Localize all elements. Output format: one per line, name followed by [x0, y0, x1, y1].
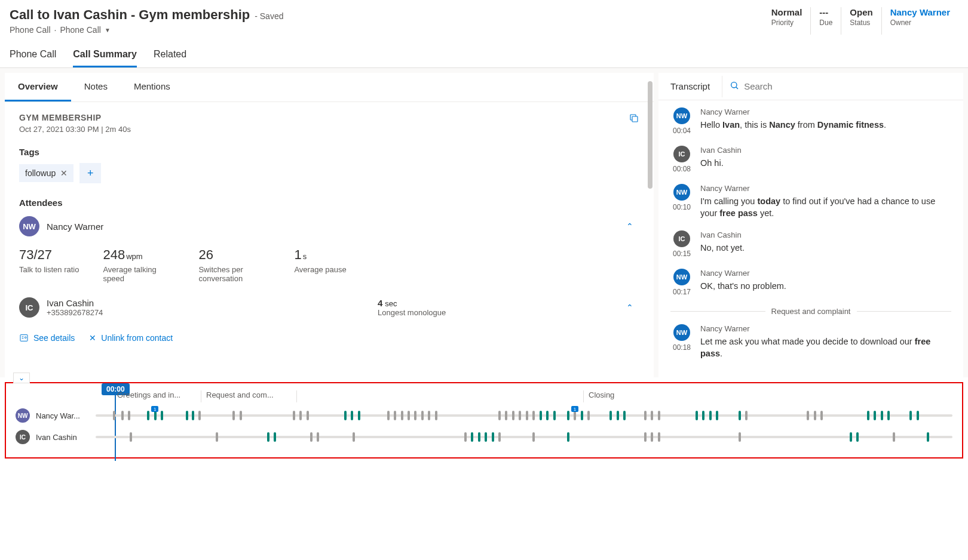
- timeline-tick[interactable]: [121, 411, 124, 420]
- timeline-marker[interactable]: 1: [571, 406, 578, 412]
- timeline-tick[interactable]: [716, 411, 718, 420]
- copy-icon[interactable]: [629, 113, 639, 125]
- timeline-tick[interactable]: [128, 411, 130, 420]
- timeline-tick[interactable]: [526, 411, 528, 420]
- timeline-tick[interactable]: [574, 411, 576, 420]
- timeline-track[interactable]: [96, 432, 952, 442]
- tab-call-summary[interactable]: Call Summary: [73, 44, 137, 67]
- see-details-link[interactable]: See details: [19, 333, 75, 343]
- timeline-tick[interactable]: [658, 411, 660, 420]
- timeline-tick[interactable]: [814, 411, 816, 420]
- timeline-tick[interactable]: [161, 411, 163, 420]
- timeline-tick[interactable]: [658, 432, 660, 442]
- timeline-tick[interactable]: [567, 411, 569, 420]
- timeline-tick[interactable]: [820, 411, 823, 420]
- timeline-tick[interactable]: [317, 432, 319, 442]
- timeline-tick[interactable]: [623, 411, 626, 420]
- priority-cell[interactable]: Normal Priority: [763, 7, 811, 35]
- timeline-tick[interactable]: [739, 432, 741, 442]
- chevron-up-icon[interactable]: ⌃: [626, 221, 633, 231]
- transcript-body[interactable]: NW 00:04 Nancy Warner Hello Ivan, this i…: [658, 100, 963, 377]
- timeline-tick[interactable]: [353, 432, 355, 442]
- transcript-message[interactable]: IC 00:15 Ivan Cashin No, not yet.: [670, 230, 951, 258]
- timeline-tick[interactable]: [867, 411, 869, 420]
- timeline-tick[interactable]: [471, 432, 473, 442]
- tag-followup[interactable]: followup ✕: [19, 164, 73, 182]
- timeline-tick[interactable]: [274, 432, 276, 442]
- timeline-tick[interactable]: [651, 432, 653, 442]
- timeline-tick[interactable]: [435, 411, 437, 420]
- timeline-tick[interactable]: [408, 411, 410, 420]
- subtab-mentions[interactable]: Mentions: [121, 73, 183, 101]
- timeline-tick[interactable]: [540, 411, 542, 420]
- transcript-message[interactable]: NW 00:18 Nancy Warner Let me ask you wha…: [670, 324, 951, 360]
- transcript-message[interactable]: NW 00:17 Nancy Warner OK, that's no prob…: [670, 269, 951, 296]
- timeline-tick[interactable]: [478, 432, 480, 442]
- scrollbar-thumb[interactable]: [648, 81, 653, 189]
- add-tag-button[interactable]: +: [79, 163, 101, 183]
- timeline-tick[interactable]: [696, 411, 698, 420]
- timeline-tick[interactable]: [299, 411, 302, 420]
- tab-related[interactable]: Related: [154, 44, 186, 67]
- timeline-tick[interactable]: [887, 411, 890, 420]
- owner-cell[interactable]: Nancy Warner Owner: [882, 7, 958, 35]
- attendee-ivan-header[interactable]: IC Ivan Cashin +353892678274 4 sec Longe…: [19, 297, 639, 318]
- subtab-overview[interactable]: Overview: [5, 73, 71, 101]
- timeline-tick[interactable]: [709, 411, 712, 420]
- timeline-tick[interactable]: [421, 411, 424, 420]
- timeline-tick[interactable]: [464, 432, 467, 442]
- tab-phone-call[interactable]: Phone Call: [10, 44, 56, 67]
- collapse-timeline-button[interactable]: ⌄: [13, 373, 30, 383]
- timeline-tick[interactable]: [492, 432, 494, 442]
- chevron-down-icon[interactable]: ▼: [105, 27, 111, 33]
- timeline-tick[interactable]: [307, 411, 309, 420]
- timeline-tick[interactable]: [310, 432, 313, 442]
- search-wrap[interactable]: [722, 76, 963, 97]
- timeline-tick[interactable]: [240, 411, 242, 420]
- timeline-tick[interactable]: [644, 432, 647, 442]
- timeline-tick[interactable]: [874, 411, 876, 420]
- timeline-tick[interactable]: [512, 411, 514, 420]
- timeline-tick[interactable]: [567, 432, 569, 442]
- attendee-nancy-header[interactable]: NW Nancy Warner ⌃: [19, 216, 639, 236]
- timeline-tick[interactable]: [192, 411, 194, 420]
- timeline-tick[interactable]: [850, 432, 852, 442]
- timeline-tick[interactable]: [267, 432, 269, 442]
- subtab-notes[interactable]: Notes: [71, 73, 121, 101]
- timeline-tick[interactable]: [519, 411, 521, 420]
- timeline-tick[interactable]: [927, 432, 929, 442]
- timeline-tick[interactable]: [498, 432, 501, 442]
- timeline-tick[interactable]: [154, 411, 157, 420]
- timeline-tick[interactable]: [428, 411, 430, 420]
- timeline-tick[interactable]: [739, 411, 741, 420]
- remove-tag-icon[interactable]: ✕: [60, 168, 68, 178]
- timeline-tick[interactable]: [807, 411, 809, 420]
- timeline-tick[interactable]: [581, 411, 583, 420]
- transcript-message[interactable]: NW 00:04 Nancy Warner Hello Ivan, this i…: [670, 107, 951, 135]
- timeline-tick[interactable]: [485, 432, 487, 442]
- unlink-contact-link[interactable]: ✕ Unlink from contact: [89, 333, 173, 343]
- timeline-tick[interactable]: [147, 411, 149, 420]
- timeline-tick[interactable]: [394, 411, 396, 420]
- timeline-tick[interactable]: [351, 411, 353, 420]
- timeline-marker[interactable]: 1: [151, 406, 158, 412]
- timeline-tick[interactable]: [553, 411, 556, 420]
- timeline-tick[interactable]: [881, 411, 883, 420]
- timeline-tick[interactable]: [387, 411, 390, 420]
- timeline-tick[interactable]: [232, 411, 235, 420]
- due-cell[interactable]: --- Due: [811, 7, 841, 35]
- chevron-up-icon[interactable]: ⌃: [626, 303, 633, 312]
- timeline-tick[interactable]: [893, 432, 895, 442]
- timeline-tick[interactable]: [130, 432, 132, 442]
- timeline-track[interactable]: 11: [96, 411, 952, 420]
- timeline-tick[interactable]: [293, 411, 295, 420]
- timeline-tick[interactable]: [917, 411, 919, 420]
- timeline-tick[interactable]: [358, 411, 360, 420]
- transcript-message[interactable]: NW 00:10 Nancy Warner I'm calling you to…: [670, 184, 951, 220]
- timeline-tick[interactable]: [414, 411, 416, 420]
- timeline-tick[interactable]: [498, 411, 501, 420]
- timeline-tick[interactable]: [532, 432, 535, 442]
- timeline-tick[interactable]: [198, 411, 201, 420]
- timeline-tick[interactable]: [644, 411, 647, 420]
- timeline-tick[interactable]: [505, 411, 507, 420]
